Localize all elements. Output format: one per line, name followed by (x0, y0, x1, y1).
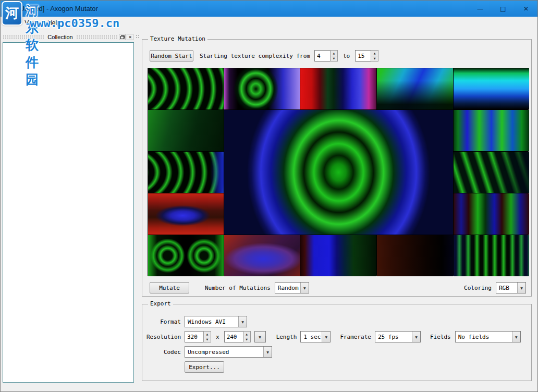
mutations-label: Number of Mutations (205, 285, 271, 291)
mutate-label: Mutate (159, 285, 180, 291)
texture-thumbnail[interactable] (454, 68, 529, 109)
texture-thumbnail[interactable] (377, 235, 453, 276)
length-label: Length (276, 334, 297, 340)
close-icon: ✕ (128, 35, 132, 40)
dock-texture (76, 35, 118, 40)
collection-dock-header: Collection ✕ (3, 33, 133, 41)
spinner-buttons: ▲ ▼ (203, 331, 211, 342)
chevron-down-icon: ▼ (263, 347, 272, 357)
texture-thumbnail[interactable] (148, 110, 224, 151)
chevron-down-icon: ▼ (412, 332, 420, 342)
menu-view[interactable]: View (20, 18, 43, 28)
dock-close-button[interactable]: ✕ (127, 34, 133, 40)
complexity-from-spinner: 4 ▲ ▼ (314, 50, 338, 62)
texture-thumbnail[interactable] (454, 110, 529, 151)
x-label: x (216, 334, 219, 340)
spin-up-icon[interactable]: ▲ (371, 51, 378, 56)
codec-label: Codec (146, 349, 181, 356)
chevron-down-icon: ▼ (300, 283, 309, 293)
spin-down-icon[interactable]: ▼ (204, 337, 211, 342)
export-group: Export Format Windows AVI ▼ Resolution 3… (142, 304, 532, 381)
maximize-button[interactable]: □ (492, 1, 515, 17)
to-label: to (343, 53, 350, 59)
framerate-label: Framerate (340, 334, 371, 340)
resolution-y-spinner: 240 ▲ ▼ (224, 331, 251, 342)
random-start-label: Random Start (151, 53, 192, 59)
menu-bar: File View Help (1, 17, 537, 29)
complexity-from-value[interactable]: 4 (314, 50, 330, 62)
texture-thumbnail[interactable] (224, 235, 300, 276)
mutations-value: Random (275, 285, 300, 291)
spin-down-icon[interactable]: ▼ (331, 56, 337, 62)
texture-mutation-group: Texture Mutation Random Start Starting t… (142, 39, 532, 297)
spin-up-icon[interactable]: ▲ (331, 51, 337, 56)
codec-value: Uncompressed (185, 349, 263, 356)
length-value: 1 sec (301, 334, 322, 340)
chevron-down-icon: ▼ (512, 332, 520, 342)
spin-down-icon[interactable]: ▼ (371, 56, 378, 62)
texture-thumbnail[interactable] (224, 68, 300, 109)
texture-thumbnail-center[interactable] (224, 110, 453, 235)
menu-file[interactable]: File (1, 18, 20, 28)
spin-up-icon[interactable]: ▲ (243, 332, 250, 337)
export-button-label: Export... (189, 364, 220, 371)
window-title: [Untitled] - Axogon Mutator (18, 5, 98, 13)
chevron-down-icon: ▼ (238, 316, 247, 327)
resolution-y-value[interactable]: 240 (224, 331, 243, 342)
mutations-dropdown[interactable]: Random ▼ (275, 282, 309, 293)
texture-thumbnail[interactable] (454, 193, 529, 235)
dock-splitter[interactable] (136, 34, 140, 39)
texture-thumbnail[interactable] (377, 68, 453, 109)
dock-texture (3, 35, 44, 40)
group-label: Texture Mutation (148, 35, 207, 42)
menu-help[interactable]: Help (43, 18, 65, 28)
resolution-label: Resolution (146, 334, 181, 340)
resolution-x-spinner: 320 ▲ ▼ (185, 331, 211, 342)
texture-thumbnail[interactable] (148, 235, 224, 276)
caption-buttons: — □ ✕ (469, 1, 537, 17)
minimize-button[interactable]: — (469, 1, 492, 17)
codec-dropdown[interactable]: Uncompressed ▼ (185, 346, 272, 358)
coloring-value: RGB (496, 285, 517, 291)
random-start-button[interactable]: Random Start (150, 50, 193, 62)
spin-up-icon[interactable]: ▲ (204, 332, 211, 337)
spinner-buttons: ▲ ▼ (330, 50, 338, 62)
app-window: [Untitled] - Axogon Mutator — □ ✕ File V… (0, 0, 538, 392)
texture-grid (148, 68, 529, 276)
complexity-to-spinner: 15 ▲ ▼ (355, 50, 378, 62)
complexity-label: Starting texture complexity from (200, 53, 310, 59)
texture-thumbnail[interactable] (148, 68, 224, 109)
texture-thumbnail[interactable] (300, 235, 376, 276)
texture-thumbnail[interactable] (454, 235, 529, 276)
fields-label: Fields (430, 334, 451, 340)
texture-thumbnail[interactable] (148, 193, 224, 235)
fields-dropdown[interactable]: No fields ▼ (455, 331, 521, 342)
resolution-preset-dropdown[interactable]: ▼ (254, 331, 266, 342)
close-button[interactable]: ✕ (515, 1, 537, 17)
resolution-x-value[interactable]: 320 (185, 331, 203, 342)
chevron-down-icon: ▼ (517, 283, 525, 293)
collection-list[interactable] (3, 42, 134, 383)
spin-down-icon[interactable]: ▼ (243, 337, 250, 342)
texture-thumbnail[interactable] (300, 68, 376, 109)
spinner-buttons: ▲ ▼ (371, 50, 378, 62)
length-dropdown[interactable]: 1 sec ▼ (300, 331, 331, 342)
framerate-dropdown[interactable]: 25 fps ▼ (375, 331, 421, 342)
export-button[interactable]: Export... (185, 361, 224, 373)
texture-thumbnail[interactable] (148, 152, 224, 193)
framerate-value: 25 fps (375, 334, 412, 340)
app-icon (5, 4, 14, 13)
coloring-dropdown[interactable]: RGB ▼ (496, 282, 526, 293)
title-bar: [Untitled] - Axogon Mutator — □ ✕ (1, 1, 537, 17)
coloring-label: Coloring (464, 285, 492, 291)
group-label: Export (148, 300, 173, 307)
chevron-down-icon: ▼ (322, 332, 330, 342)
chevron-down-icon: ▼ (255, 332, 265, 342)
collection-title: Collection (44, 34, 76, 40)
format-dropdown[interactable]: Windows AVI ▼ (185, 316, 247, 327)
format-label: Format (146, 318, 181, 325)
mutate-button[interactable]: Mutate (150, 282, 189, 293)
dock-float-button[interactable] (119, 34, 126, 40)
complexity-to-value[interactable]: 15 (355, 50, 371, 62)
texture-thumbnail[interactable] (454, 152, 529, 193)
